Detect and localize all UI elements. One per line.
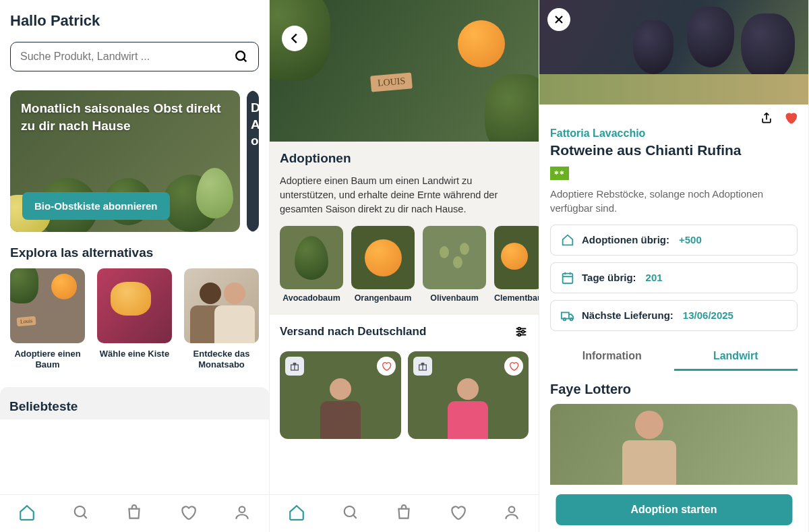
adoption-label: Orangenbaum bbox=[351, 293, 415, 303]
svg-point-15 bbox=[344, 506, 354, 516]
vendor-name[interactable]: Fattoria Lavacchio bbox=[550, 127, 798, 140]
tab-shop[interactable] bbox=[395, 504, 413, 524]
adoption-thumb bbox=[351, 226, 415, 289]
svg-point-10 bbox=[518, 334, 520, 336]
adoption-item-avocado[interactable]: Avocadobaum bbox=[280, 226, 343, 303]
gift-icon bbox=[289, 361, 300, 372]
alt-thumb bbox=[184, 268, 259, 343]
category-hero-image: LOUIS bbox=[270, 0, 539, 142]
stat-label: Tage übrig: bbox=[582, 272, 636, 283]
tab-bar bbox=[270, 494, 539, 532]
svg-line-16 bbox=[353, 514, 356, 518]
product-description: Adoptiere Rebstöcke, solange noch Adopti… bbox=[550, 187, 798, 215]
adoptions-title: Adoptionen bbox=[280, 151, 529, 166]
tab-favorites[interactable] bbox=[179, 504, 197, 524]
alt-item-subscription[interactable]: Entdecke das Monatsabo bbox=[184, 268, 259, 371]
farmer-name: Faye Lottero bbox=[539, 371, 808, 404]
back-button[interactable] bbox=[282, 26, 307, 51]
alt-thumb bbox=[97, 268, 172, 343]
tab-information[interactable]: Information bbox=[550, 343, 674, 371]
popular-title: Beliebteste bbox=[0, 387, 269, 419]
adoption-label: Clement­bau bbox=[494, 293, 539, 303]
svg-point-6 bbox=[518, 328, 520, 330]
stat-value: 13/06/2025 bbox=[683, 309, 733, 321]
tab-profile[interactable] bbox=[503, 504, 520, 524]
svg-point-17 bbox=[509, 506, 515, 512]
adoption-thumb bbox=[494, 226, 539, 289]
subscribe-button[interactable]: Bio-Obstkiste abonnieren bbox=[22, 192, 170, 220]
close-icon bbox=[552, 13, 566, 26]
tree-sign: LOUIS bbox=[370, 72, 413, 92]
share-icon[interactable] bbox=[760, 111, 773, 125]
stat-adoptions-left: Adoptionen übrig: +500 bbox=[550, 225, 798, 256]
adoption-label: Avocadobaum bbox=[280, 293, 343, 303]
favorite-button[interactable] bbox=[377, 357, 396, 376]
truck-icon bbox=[560, 308, 575, 323]
adoption-thumb bbox=[423, 226, 486, 289]
svg-rect-20 bbox=[563, 273, 573, 283]
bio-badge: ✱✱ bbox=[550, 167, 569, 180]
search-input[interactable] bbox=[20, 51, 234, 63]
alt-label: Entdecke das Monatsabo bbox=[184, 349, 259, 371]
close-button[interactable] bbox=[547, 8, 570, 31]
stat-next-delivery: Nächste Lieferung: 13/06/2025 bbox=[550, 300, 798, 331]
product-title: Rotweine aus Chianti Rufina bbox=[550, 142, 798, 158]
heart-icon bbox=[508, 361, 519, 372]
farmer-card[interactable] bbox=[408, 351, 529, 439]
stat-value: 201 bbox=[646, 272, 663, 283]
adoption-thumb bbox=[280, 226, 343, 289]
adoption-item-clementine[interactable]: Clement­bau bbox=[494, 226, 539, 303]
tab-home[interactable] bbox=[18, 504, 36, 524]
tab-home[interactable] bbox=[288, 504, 305, 524]
alt-label: Adoptiere einen Baum bbox=[10, 349, 85, 371]
alt-item-adopt[interactable]: Louis Adoptiere einen Baum bbox=[10, 268, 85, 371]
adoption-item-orange[interactable]: Orangenbaum bbox=[351, 226, 415, 303]
greeting: Hallo Patrick bbox=[10, 12, 259, 30]
favorite-button[interactable] bbox=[504, 357, 523, 376]
arrow-left-icon bbox=[287, 31, 302, 46]
product-hero-image bbox=[539, 0, 808, 105]
search-bar[interactable] bbox=[10, 42, 259, 71]
adoptions-description: Adoptiere einen Baum um einen Landwirt z… bbox=[280, 174, 529, 216]
tab-search[interactable] bbox=[342, 504, 359, 524]
alt-label: Wähle eine Kiste bbox=[97, 349, 172, 359]
svg-line-3 bbox=[83, 514, 86, 518]
alt-thumb: Louis bbox=[10, 268, 85, 343]
tab-profile[interactable] bbox=[233, 504, 251, 524]
hero-card-next[interactable]: D A o bbox=[247, 90, 259, 232]
gift-badge bbox=[413, 357, 432, 376]
tab-farmer[interactable]: Landwirt bbox=[674, 343, 798, 371]
heart-icon[interactable] bbox=[784, 111, 798, 125]
search-icon bbox=[234, 49, 249, 64]
farmer-card[interactable] bbox=[280, 351, 401, 439]
adoption-label: Olivenbaum bbox=[423, 293, 486, 303]
house-icon bbox=[560, 233, 575, 247]
stat-days-left: Tage übrig: 201 bbox=[550, 262, 798, 293]
svg-point-8 bbox=[522, 330, 525, 333]
tab-bar bbox=[0, 494, 269, 532]
hero-text: Monatlich saisonales Obst direkt zu dir … bbox=[21, 100, 229, 134]
hero-card[interactable]: Monatlich saisonales Obst direkt zu dir … bbox=[10, 90, 240, 232]
svg-point-2 bbox=[74, 506, 84, 516]
stat-label: Nächste Lieferung: bbox=[582, 309, 673, 321]
calendar-icon bbox=[560, 270, 575, 285]
gift-badge bbox=[285, 357, 304, 376]
heart-icon bbox=[381, 361, 392, 372]
tab-search[interactable] bbox=[72, 504, 90, 524]
explore-title: Explora las alternativas bbox=[10, 245, 259, 260]
filter-icon[interactable] bbox=[514, 324, 529, 339]
stat-value: +500 bbox=[679, 234, 702, 245]
stat-label: Adoptionen übrig: bbox=[582, 234, 669, 245]
start-adoption-button[interactable]: Adoption starten bbox=[556, 494, 792, 525]
shipping-title: Versand nach Deutschland bbox=[280, 325, 514, 338]
svg-line-1 bbox=[243, 59, 246, 61]
alt-item-box[interactable]: Wähle eine Kiste bbox=[97, 268, 172, 371]
tab-shop[interactable] bbox=[125, 504, 143, 524]
adoption-item-olive[interactable]: Olivenbaum bbox=[423, 226, 486, 303]
svg-point-4 bbox=[239, 506, 245, 512]
svg-point-0 bbox=[236, 51, 245, 60]
farmer-photo bbox=[550, 404, 798, 485]
tab-favorites[interactable] bbox=[449, 504, 467, 524]
gift-icon bbox=[417, 361, 428, 372]
